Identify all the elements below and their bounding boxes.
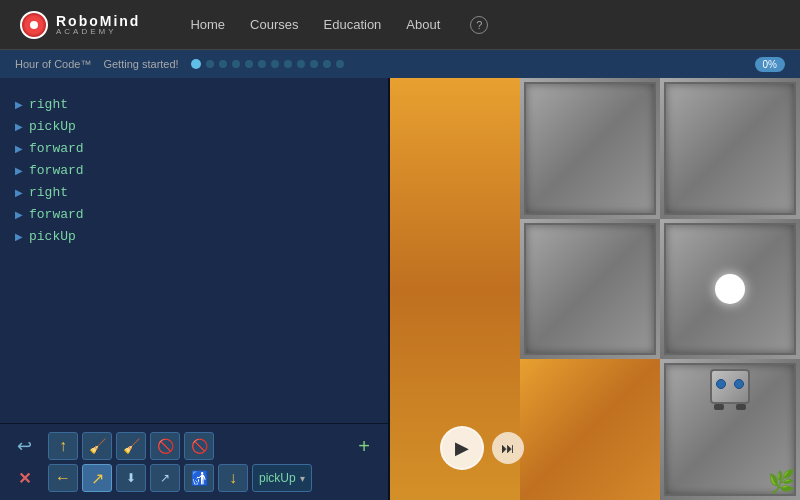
stone-tile-1 <box>520 78 660 219</box>
progress-dot-12 <box>336 60 344 68</box>
game-panel: 🌿 ▶ ⏭ <box>390 78 800 500</box>
broom2-button[interactable]: 🧹 <box>116 432 146 460</box>
header: RoboMind ACADEMY Home Courses Education … <box>0 0 800 50</box>
progress-dot-3 <box>219 60 227 68</box>
step-button[interactable]: ⏭ <box>492 432 524 464</box>
progress-percent: 0% <box>755 57 785 72</box>
up-arrow-button[interactable]: ↑ <box>48 432 78 460</box>
code-panel: ▶ right ▶ pickUp ▶ forward ▶ forward ▶ r… <box>0 78 390 500</box>
toolbar-row1: ↩ ↑ 🧹 🧹 🚫 🚫 + <box>10 432 378 460</box>
help-icon[interactable]: ? <box>470 16 488 34</box>
line-text-4: forward <box>29 163 84 178</box>
arrow-1: ▶ <box>15 99 23 110</box>
logo-main-text: RoboMind <box>56 14 140 28</box>
command-label: pickUp <box>259 471 296 485</box>
code-line-1: ▶ right <box>15 93 373 115</box>
nav-courses[interactable]: Courses <box>250 17 298 32</box>
progress-dot-11 <box>323 60 331 68</box>
robot-wheel-left <box>714 404 724 410</box>
toolbar-row2: ✕ ← ↗ ⬇ ↗ 🚮 ↓ pickUp ▾ <box>10 464 378 492</box>
progress-dot-10 <box>310 60 318 68</box>
code-toolbar: ↩ ↑ 🧹 🧹 🚫 🚫 + ✕ ← ↗ ⬇ ↗ 🚮 ↓ <box>0 423 388 500</box>
code-line-7: ▶ pickUp <box>15 225 373 247</box>
white-item <box>715 274 745 304</box>
robot <box>710 369 750 410</box>
robot-body <box>710 369 750 404</box>
down-arrow-button[interactable]: ↓ <box>218 464 248 492</box>
trash-button[interactable]: 🚮 <box>184 464 214 492</box>
plus-button[interactable]: + <box>350 432 378 460</box>
command-dropdown[interactable]: pickUp ▾ <box>252 464 312 492</box>
stone-tile-4 <box>660 219 800 360</box>
progress-bar: Hour of Code™ Getting started! 0% <box>0 50 800 78</box>
dropdown-arrow-icon: ▾ <box>300 473 305 484</box>
right-turn-button[interactable]: ↗ <box>82 464 112 492</box>
arrow-2: ▶ <box>15 121 23 132</box>
getting-started-label: Getting started! <box>103 58 178 70</box>
play-controls: ▶ ⏭ <box>440 426 524 470</box>
robot-eye-right <box>734 379 744 389</box>
robot-wheel-right <box>736 404 746 410</box>
robot-wheels <box>710 404 750 410</box>
arrow-7: ▶ <box>15 231 23 242</box>
nav-about[interactable]: About <box>406 17 440 32</box>
code-line-6: ▶ forward <box>15 203 373 225</box>
robot-eye-left <box>716 379 726 389</box>
broom1-button[interactable]: 🧹 <box>82 432 112 460</box>
stone-tile-2 <box>660 78 800 219</box>
progress-dot-5 <box>245 60 253 68</box>
nav-education[interactable]: Education <box>324 17 382 32</box>
code-line-4: ▶ forward <box>15 159 373 181</box>
progress-dot-2 <box>206 60 214 68</box>
stop2-button[interactable]: 🚫 <box>184 432 214 460</box>
logo-text: RoboMind ACADEMY <box>56 14 140 36</box>
progress-dot-4 <box>232 60 240 68</box>
code-lines: ▶ right ▶ pickUp ▶ forward ▶ forward ▶ r… <box>10 88 378 252</box>
arrow-5: ▶ <box>15 187 23 198</box>
progress-dot-1 <box>191 59 201 69</box>
line-text-7: pickUp <box>29 229 76 244</box>
line-text-1: right <box>29 97 68 112</box>
pickup-icon-button[interactable]: ⬇ <box>116 464 146 492</box>
stone-grid: 🌿 <box>520 78 800 500</box>
code-line-3: ▶ forward <box>15 137 373 159</box>
logo-sub-text: ACADEMY <box>56 28 140 36</box>
orange-tile-bottom-left <box>520 359 660 500</box>
plant-decoration: 🌿 <box>768 469 795 495</box>
nav-home[interactable]: Home <box>190 17 225 32</box>
code-line-5: ▶ right <box>15 181 373 203</box>
stone-tile-3 <box>520 219 660 360</box>
main-content: ▶ right ▶ pickUp ▶ forward ▶ forward ▶ r… <box>0 78 800 500</box>
line-text-3: forward <box>29 141 84 156</box>
logo-dot <box>30 21 38 29</box>
line-text-5: right <box>29 185 68 200</box>
progress-dots <box>191 59 344 69</box>
left-arrow-button[interactable]: ← <box>48 464 78 492</box>
arrow-6: ▶ <box>15 209 23 220</box>
progress-dot-8 <box>284 60 292 68</box>
arrow-3: ▶ <box>15 143 23 154</box>
progress-dot-6 <box>258 60 266 68</box>
place-button[interactable]: ↗ <box>150 464 180 492</box>
progress-dot-9 <box>297 60 305 68</box>
stop1-button[interactable]: 🚫 <box>150 432 180 460</box>
close-button[interactable]: ✕ <box>10 464 38 492</box>
nav-links: Home Courses Education About <box>190 17 440 32</box>
undo-button[interactable]: ↩ <box>10 432 38 460</box>
progress-dot-7 <box>271 60 279 68</box>
hour-of-code-label: Hour of Code™ <box>15 58 91 70</box>
logo-area: RoboMind ACADEMY <box>20 11 140 39</box>
stone-tile-5: 🌿 <box>660 359 800 500</box>
line-text-2: pickUp <box>29 119 76 134</box>
step-icon: ⏭ <box>501 440 515 456</box>
play-icon: ▶ <box>455 437 469 459</box>
arrow-4: ▶ <box>15 165 23 176</box>
play-button[interactable]: ▶ <box>440 426 484 470</box>
robot-eyes <box>712 371 748 389</box>
logo-icon <box>20 11 48 39</box>
code-line-2: ▶ pickUp <box>15 115 373 137</box>
line-text-6: forward <box>29 207 84 222</box>
